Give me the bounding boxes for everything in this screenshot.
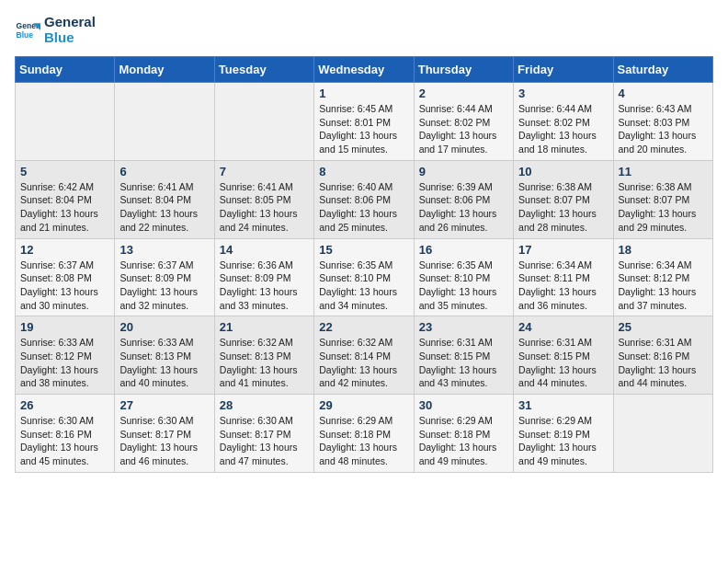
logo-icon: General Blue bbox=[15, 17, 40, 43]
day-number: 5 bbox=[20, 165, 109, 178]
day-number: 21 bbox=[220, 320, 309, 334]
day-info: Sunrise: 6:35 AM Sunset: 8:10 PM Dayligh… bbox=[319, 259, 408, 313]
calendar-cell: 23Sunrise: 6:31 AM Sunset: 8:15 PM Dayli… bbox=[414, 316, 513, 395]
calendar-cell: 7Sunrise: 6:41 AM Sunset: 8:05 PM Daylig… bbox=[214, 160, 313, 238]
day-number: 14 bbox=[220, 243, 309, 257]
day-info: Sunrise: 6:30 AM Sunset: 8:16 PM Dayligh… bbox=[20, 414, 109, 468]
day-number: 16 bbox=[419, 243, 508, 257]
day-number: 31 bbox=[518, 398, 608, 412]
week-row-1: 1Sunrise: 6:45 AM Sunset: 8:01 PM Daylig… bbox=[16, 83, 713, 161]
day-info: Sunrise: 6:41 AM Sunset: 8:05 PM Dayligh… bbox=[220, 180, 309, 235]
calendar-cell: 4Sunrise: 6:43 AM Sunset: 8:03 PM Daylig… bbox=[613, 83, 712, 161]
day-number: 7 bbox=[220, 165, 309, 178]
day-number: 8 bbox=[319, 165, 408, 178]
day-number: 2 bbox=[419, 86, 508, 100]
calendar-cell: 26Sunrise: 6:30 AM Sunset: 8:16 PM Dayli… bbox=[16, 395, 115, 473]
day-info: Sunrise: 6:42 AM Sunset: 8:04 PM Dayligh… bbox=[20, 180, 109, 235]
day-info: Sunrise: 6:31 AM Sunset: 8:16 PM Dayligh… bbox=[619, 336, 708, 390]
week-row-2: 5Sunrise: 6:42 AM Sunset: 8:04 PM Daylig… bbox=[16, 160, 713, 238]
day-number: 15 bbox=[319, 243, 408, 257]
calendar-cell: 25Sunrise: 6:31 AM Sunset: 8:16 PM Dayli… bbox=[613, 316, 712, 395]
calendar-cell: 17Sunrise: 6:34 AM Sunset: 8:11 PM Dayli… bbox=[514, 238, 613, 316]
day-header-monday: Monday bbox=[115, 57, 214, 83]
logo-text-line1: General bbox=[44, 15, 96, 30]
calendar-cell: 20Sunrise: 6:33 AM Sunset: 8:13 PM Dayli… bbox=[115, 316, 214, 395]
calendar-cell bbox=[214, 83, 313, 161]
calendar-cell: 11Sunrise: 6:38 AM Sunset: 8:07 PM Dayli… bbox=[613, 160, 712, 238]
day-info: Sunrise: 6:34 AM Sunset: 8:12 PM Dayligh… bbox=[619, 259, 708, 313]
week-row-3: 12Sunrise: 6:37 AM Sunset: 8:08 PM Dayli… bbox=[16, 238, 713, 316]
calendar-cell: 9Sunrise: 6:39 AM Sunset: 8:06 PM Daylig… bbox=[414, 160, 513, 238]
day-header-friday: Friday bbox=[514, 57, 613, 83]
day-info: Sunrise: 6:37 AM Sunset: 8:09 PM Dayligh… bbox=[119, 259, 209, 313]
day-info: Sunrise: 6:43 AM Sunset: 8:03 PM Dayligh… bbox=[619, 102, 708, 156]
day-info: Sunrise: 6:44 AM Sunset: 8:02 PM Dayligh… bbox=[518, 102, 608, 156]
day-info: Sunrise: 6:33 AM Sunset: 8:13 PM Dayligh… bbox=[119, 336, 209, 390]
calendar-cell: 21Sunrise: 6:32 AM Sunset: 8:13 PM Dayli… bbox=[214, 316, 313, 395]
day-info: Sunrise: 6:30 AM Sunset: 8:17 PM Dayligh… bbox=[220, 414, 309, 468]
calendar: SundayMondayTuesdayWednesdayThursdayFrid… bbox=[15, 56, 713, 473]
day-number: 20 bbox=[119, 320, 209, 334]
day-number: 26 bbox=[20, 398, 109, 412]
day-info: Sunrise: 6:31 AM Sunset: 8:15 PM Dayligh… bbox=[518, 336, 608, 390]
day-info: Sunrise: 6:39 AM Sunset: 8:06 PM Dayligh… bbox=[419, 180, 508, 235]
day-number: 12 bbox=[20, 243, 109, 257]
day-info: Sunrise: 6:35 AM Sunset: 8:10 PM Dayligh… bbox=[419, 259, 508, 313]
day-number: 6 bbox=[119, 165, 209, 178]
day-number: 28 bbox=[220, 398, 309, 412]
calendar-cell: 8Sunrise: 6:40 AM Sunset: 8:06 PM Daylig… bbox=[314, 160, 414, 238]
day-number: 27 bbox=[119, 398, 209, 412]
calendar-header-row: SundayMondayTuesdayWednesdayThursdayFrid… bbox=[16, 57, 713, 83]
day-info: Sunrise: 6:32 AM Sunset: 8:13 PM Dayligh… bbox=[220, 336, 309, 390]
calendar-cell: 1Sunrise: 6:45 AM Sunset: 8:01 PM Daylig… bbox=[314, 83, 414, 161]
day-info: Sunrise: 6:44 AM Sunset: 8:02 PM Dayligh… bbox=[419, 102, 508, 156]
day-info: Sunrise: 6:29 AM Sunset: 8:18 PM Dayligh… bbox=[319, 414, 408, 468]
logo-text-line2: Blue bbox=[44, 30, 96, 46]
day-header-tuesday: Tuesday bbox=[214, 57, 313, 83]
day-info: Sunrise: 6:38 AM Sunset: 8:07 PM Dayligh… bbox=[518, 180, 608, 235]
day-number: 23 bbox=[419, 320, 508, 334]
day-number: 3 bbox=[518, 86, 608, 100]
calendar-cell: 27Sunrise: 6:30 AM Sunset: 8:17 PM Dayli… bbox=[115, 395, 214, 473]
calendar-cell: 30Sunrise: 6:29 AM Sunset: 8:18 PM Dayli… bbox=[414, 395, 513, 473]
calendar-cell: 12Sunrise: 6:37 AM Sunset: 8:08 PM Dayli… bbox=[16, 238, 115, 316]
calendar-cell bbox=[16, 83, 115, 161]
calendar-cell: 16Sunrise: 6:35 AM Sunset: 8:10 PM Dayli… bbox=[414, 238, 513, 316]
logo: General Blue General Blue bbox=[15, 15, 96, 45]
calendar-cell: 22Sunrise: 6:32 AM Sunset: 8:14 PM Dayli… bbox=[314, 316, 414, 395]
calendar-cell: 14Sunrise: 6:36 AM Sunset: 8:09 PM Dayli… bbox=[214, 238, 313, 316]
day-info: Sunrise: 6:30 AM Sunset: 8:17 PM Dayligh… bbox=[119, 414, 209, 468]
calendar-cell: 3Sunrise: 6:44 AM Sunset: 8:02 PM Daylig… bbox=[514, 83, 613, 161]
day-header-thursday: Thursday bbox=[414, 57, 513, 83]
week-row-5: 26Sunrise: 6:30 AM Sunset: 8:16 PM Dayli… bbox=[16, 395, 713, 473]
calendar-cell: 10Sunrise: 6:38 AM Sunset: 8:07 PM Dayli… bbox=[514, 160, 613, 238]
calendar-cell bbox=[115, 83, 214, 161]
day-header-wednesday: Wednesday bbox=[314, 57, 414, 83]
day-number: 30 bbox=[419, 398, 508, 412]
day-number: 17 bbox=[518, 243, 608, 257]
day-info: Sunrise: 6:33 AM Sunset: 8:12 PM Dayligh… bbox=[20, 336, 109, 390]
calendar-cell: 5Sunrise: 6:42 AM Sunset: 8:04 PM Daylig… bbox=[16, 160, 115, 238]
day-header-sunday: Sunday bbox=[16, 57, 115, 83]
day-number: 24 bbox=[518, 320, 608, 334]
day-header-saturday: Saturday bbox=[613, 57, 712, 83]
day-info: Sunrise: 6:40 AM Sunset: 8:06 PM Dayligh… bbox=[319, 180, 408, 235]
calendar-cell: 18Sunrise: 6:34 AM Sunset: 8:12 PM Dayli… bbox=[613, 238, 712, 316]
day-info: Sunrise: 6:29 AM Sunset: 8:19 PM Dayligh… bbox=[518, 414, 608, 468]
calendar-cell: 29Sunrise: 6:29 AM Sunset: 8:18 PM Dayli… bbox=[314, 395, 414, 473]
day-number: 19 bbox=[20, 320, 109, 334]
day-info: Sunrise: 6:38 AM Sunset: 8:07 PM Dayligh… bbox=[619, 180, 708, 235]
week-row-4: 19Sunrise: 6:33 AM Sunset: 8:12 PM Dayli… bbox=[16, 316, 713, 395]
day-info: Sunrise: 6:41 AM Sunset: 8:04 PM Dayligh… bbox=[119, 180, 209, 235]
day-number: 9 bbox=[419, 165, 508, 178]
calendar-cell: 13Sunrise: 6:37 AM Sunset: 8:09 PM Dayli… bbox=[115, 238, 214, 316]
day-info: Sunrise: 6:45 AM Sunset: 8:01 PM Dayligh… bbox=[319, 102, 408, 156]
calendar-cell: 2Sunrise: 6:44 AM Sunset: 8:02 PM Daylig… bbox=[414, 83, 513, 161]
calendar-cell: 6Sunrise: 6:41 AM Sunset: 8:04 PM Daylig… bbox=[115, 160, 214, 238]
day-info: Sunrise: 6:29 AM Sunset: 8:18 PM Dayligh… bbox=[419, 414, 508, 468]
calendar-cell: 28Sunrise: 6:30 AM Sunset: 8:17 PM Dayli… bbox=[214, 395, 313, 473]
calendar-cell: 31Sunrise: 6:29 AM Sunset: 8:19 PM Dayli… bbox=[514, 395, 613, 473]
calendar-cell: 15Sunrise: 6:35 AM Sunset: 8:10 PM Dayli… bbox=[314, 238, 414, 316]
day-info: Sunrise: 6:37 AM Sunset: 8:08 PM Dayligh… bbox=[20, 259, 109, 313]
day-number: 10 bbox=[518, 165, 608, 178]
